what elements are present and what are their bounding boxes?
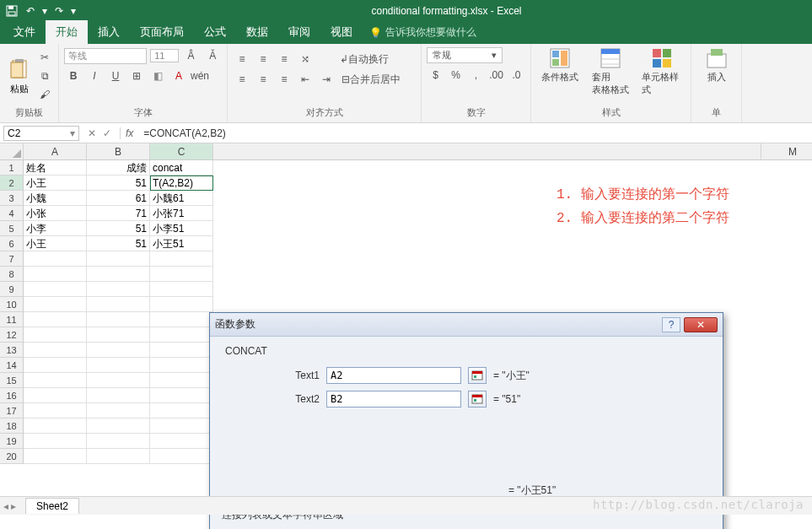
cell[interactable]: [87, 251, 150, 267]
row-head[interactable]: 18: [0, 418, 24, 434]
cell[interactable]: [24, 449, 87, 464]
row-head[interactable]: 1: [0, 160, 24, 175]
cell[interactable]: [150, 388, 213, 403]
cell[interactable]: [24, 418, 87, 434]
tab-file[interactable]: 文件: [3, 20, 46, 44]
underline-button[interactable]: U: [106, 67, 125, 84]
fill-color-button[interactable]: ◧: [148, 67, 167, 84]
cell[interactable]: concat: [150, 160, 213, 175]
increase-font-icon[interactable]: Â: [182, 47, 201, 64]
copy-icon[interactable]: ⧉: [36, 67, 53, 84]
cell[interactable]: [24, 327, 87, 343]
paste-button[interactable]: 粘贴: [5, 47, 33, 105]
cell[interactable]: 小李51: [150, 221, 213, 236]
cell[interactable]: 小王: [24, 175, 87, 191]
arg1-range-button[interactable]: [468, 367, 487, 384]
row-head[interactable]: 4: [0, 206, 24, 221]
cell[interactable]: [24, 373, 87, 388]
cell[interactable]: [150, 403, 213, 418]
cell[interactable]: [87, 434, 150, 449]
cell[interactable]: 51: [87, 175, 150, 191]
cell[interactable]: [87, 388, 150, 403]
name-box[interactable]: C2▾: [3, 126, 79, 141]
select-all-button[interactable]: [0, 143, 24, 160]
row-head[interactable]: 16: [0, 388, 24, 403]
row-head[interactable]: 20: [0, 449, 24, 464]
cell[interactable]: [150, 373, 213, 388]
cell[interactable]: [24, 297, 87, 312]
cell[interactable]: 小张71: [150, 206, 213, 221]
cell[interactable]: [150, 343, 213, 358]
tab-home[interactable]: 开始: [46, 20, 88, 44]
comma-icon[interactable]: ,: [467, 67, 485, 84]
dialog-close-button[interactable]: ✕: [684, 317, 718, 332]
align-center-icon[interactable]: ≡: [254, 71, 272, 88]
cell[interactable]: 51: [87, 236, 150, 251]
percent-icon[interactable]: %: [447, 67, 465, 84]
cell[interactable]: [150, 449, 213, 464]
row-head[interactable]: 3: [0, 191, 24, 206]
number-format-combo[interactable]: 常规▾: [427, 47, 503, 63]
col-head-m[interactable]: M: [761, 143, 812, 160]
col-head-a[interactable]: A: [24, 143, 87, 160]
redo-icon[interactable]: ↷: [52, 4, 66, 18]
row-head[interactable]: 7: [0, 251, 24, 267]
dialog-title-bar[interactable]: 函数参数 ? ✕: [210, 313, 723, 337]
row-head[interactable]: 2: [0, 175, 24, 191]
cell[interactable]: [24, 343, 87, 358]
orientation-icon[interactable]: ⤭: [296, 51, 315, 67]
undo-icon[interactable]: ↶: [24, 4, 37, 18]
cell[interactable]: [150, 282, 213, 297]
sheet-nav-next-icon[interactable]: ▸: [11, 500, 16, 512]
cell[interactable]: [87, 297, 150, 312]
italic-button[interactable]: I: [85, 67, 104, 84]
cell[interactable]: [150, 358, 213, 373]
cell[interactable]: 61: [87, 191, 150, 206]
font-name-combo[interactable]: 等线: [64, 48, 147, 64]
align-top-icon[interactable]: ≡: [233, 51, 251, 67]
decrease-decimal-icon[interactable]: .0: [508, 67, 525, 84]
row-head[interactable]: 14: [0, 358, 24, 373]
cell[interactable]: 小魏61: [150, 191, 213, 206]
save-icon[interactable]: [5, 4, 19, 18]
dialog-help-button[interactable]: ?: [662, 317, 680, 332]
accept-formula-icon[interactable]: ✓: [103, 127, 111, 139]
merge-center-button[interactable]: ⊟ 合并后居中: [338, 71, 404, 88]
cell[interactable]: 成绩: [87, 160, 150, 175]
row-head[interactable]: 9: [0, 282, 24, 297]
cell[interactable]: [24, 388, 87, 403]
cell[interactable]: 姓名: [24, 160, 87, 175]
cell[interactable]: [87, 282, 150, 297]
cell[interactable]: [24, 251, 87, 267]
cancel-formula-icon[interactable]: ✕: [88, 127, 96, 139]
cell[interactable]: [24, 267, 87, 282]
align-bottom-icon[interactable]: ≡: [275, 51, 293, 67]
tab-view[interactable]: 视图: [320, 20, 363, 44]
cell[interactable]: [150, 327, 213, 343]
cell[interactable]: T(A2,B2): [150, 175, 213, 191]
border-button[interactable]: ⊞: [127, 67, 146, 84]
cell[interactable]: [150, 267, 213, 282]
align-middle-icon[interactable]: ≡: [254, 51, 272, 67]
col-head-c[interactable]: C: [150, 143, 213, 160]
row-head[interactable]: 11: [0, 312, 24, 327]
cut-icon[interactable]: ✂: [36, 49, 53, 66]
cell[interactable]: [150, 434, 213, 449]
row-head[interactable]: 17: [0, 403, 24, 418]
cell[interactable]: 71: [87, 206, 150, 221]
align-right-icon[interactable]: ≡: [275, 71, 293, 88]
tab-data[interactable]: 数据: [236, 20, 278, 44]
currency-icon[interactable]: $: [427, 67, 444, 84]
cell-styles-button[interactable]: 单元格样式: [642, 47, 682, 105]
col-head-gap[interactable]: [213, 143, 761, 160]
cell[interactable]: [24, 434, 87, 449]
cell[interactable]: [150, 297, 213, 312]
cell[interactable]: [87, 343, 150, 358]
align-left-icon[interactable]: ≡: [233, 71, 251, 88]
row-head[interactable]: 8: [0, 267, 24, 282]
bold-button[interactable]: B: [64, 67, 83, 84]
cell[interactable]: [24, 403, 87, 418]
cell[interactable]: [87, 373, 150, 388]
table-format-button[interactable]: 套用 表格格式: [590, 47, 631, 105]
decrease-font-icon[interactable]: Ă: [203, 47, 222, 64]
